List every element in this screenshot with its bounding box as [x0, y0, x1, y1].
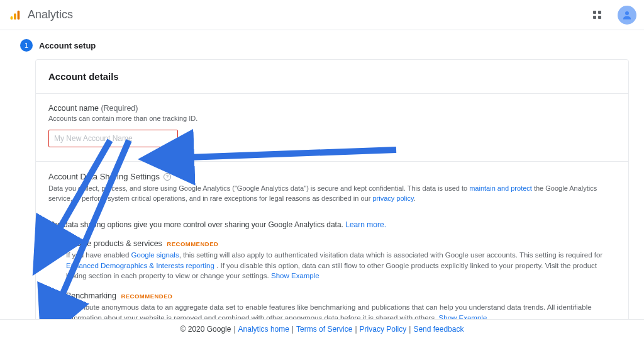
stepper: 1 Account setup — [0, 30, 644, 58]
account-name-required: (Required) — [101, 104, 138, 113]
footer-privacy-link[interactable]: Privacy Policy — [360, 325, 407, 334]
account-name-input[interactable] — [48, 130, 178, 147]
svg-point-3 — [625, 11, 629, 15]
help-icon[interactable]: ? — [164, 173, 171, 181]
checkbox-benchmarking[interactable] — [48, 293, 58, 303]
footer-feedback-link[interactable]: Send feedback — [413, 325, 464, 334]
sharing-lead: The data sharing options give you more c… — [48, 220, 616, 229]
apps-icon[interactable] — [591, 8, 604, 21]
option-body: Benchmarking RECOMMENDED Contribute anon… — [66, 291, 616, 319]
option-title: Google products & services RECOMMENDED — [66, 239, 616, 248]
google-signals-link[interactable]: Google signals — [131, 251, 179, 259]
blurb-part1: Data you collect, process, and store usi… — [48, 184, 469, 192]
footer: © 2020 Google | Analytics home | Terms o… — [0, 319, 644, 338]
step-badge: 1 — [20, 39, 33, 52]
analytics-logo-icon — [8, 8, 21, 22]
option-benchmarking: Benchmarking RECOMMENDED Contribute anon… — [48, 291, 616, 319]
account-name-label: Account name (Required) — [48, 104, 616, 113]
account-name-label-text: Account name — [48, 104, 99, 113]
account-name-section: Account name (Required) Accounts can con… — [36, 94, 628, 161]
show-example-link[interactable]: Show Example — [271, 272, 319, 279]
footer-analytics-home-link[interactable]: Analytics home — [238, 325, 289, 334]
option-body: Google products & services RECOMMENDED I… — [66, 239, 616, 281]
data-sharing-section: Account Data Sharing Settings ? Data you… — [36, 162, 628, 319]
option-desc: Contribute anonymous data to an aggregat… — [66, 302, 616, 319]
user-avatar[interactable] — [618, 6, 636, 25]
recommended-badge: RECOMMENDED — [167, 240, 218, 247]
data-sharing-title-text: Account Data Sharing Settings — [48, 172, 160, 181]
appbar-right — [591, 6, 636, 25]
data-sharing-blurb: Data you collect, process, and store usi… — [48, 184, 616, 204]
desc-text: Contribute anonymous data to an aggregat… — [66, 303, 592, 319]
data-sharing-title: Account Data Sharing Settings ? — [48, 172, 616, 181]
checkbox-google-products[interactable] — [48, 240, 58, 251]
privacy-policy-link[interactable]: privacy policy — [372, 194, 413, 202]
svg-rect-1 — [14, 13, 16, 20]
appbar-left: Analytics — [8, 8, 73, 22]
card-header: Account details — [36, 60, 628, 94]
option-title: Benchmarking RECOMMENDED — [66, 291, 616, 300]
account-name-help: Accounts can contain more than one track… — [48, 115, 616, 122]
desc-p2: , this setting will also apply to authen… — [179, 251, 603, 259]
recommended-badge: RECOMMENDED — [121, 293, 172, 300]
option-title-text: Benchmarking — [66, 291, 116, 300]
option-desc: If you have enabled Google signals, this… — [66, 250, 616, 281]
learn-more-link[interactable]: Learn more. — [345, 220, 386, 229]
desc-p1: If you have enabled — [66, 251, 131, 259]
maintain-and-protect-link[interactable]: maintain and protect — [469, 184, 532, 192]
content-scroll[interactable]: 1 Account setup Account details Account … — [0, 30, 644, 319]
svg-rect-2 — [18, 10, 20, 20]
appbar-title: Analytics — [28, 8, 73, 21]
account-setup-card: Account details Account name (Required) … — [35, 59, 629, 319]
app-bar: Analytics — [0, 0, 644, 30]
sharing-lead-text: The data sharing options give you more c… — [48, 220, 345, 229]
option-title-text: Google products & services — [66, 239, 162, 248]
footer-terms-link[interactable]: Terms of Service — [296, 325, 352, 334]
blurb-part3: . — [414, 194, 416, 202]
svg-rect-0 — [11, 16, 13, 20]
footer-copyright: © 2020 Google — [180, 325, 231, 334]
show-example-link[interactable]: Show Example — [439, 314, 487, 319]
enhanced-demographics-link[interactable]: Enhanced Demographics & Interests report… — [66, 262, 214, 269]
option-google-products: Google products & services RECOMMENDED I… — [48, 239, 616, 281]
step-label: Account setup — [39, 41, 96, 50]
